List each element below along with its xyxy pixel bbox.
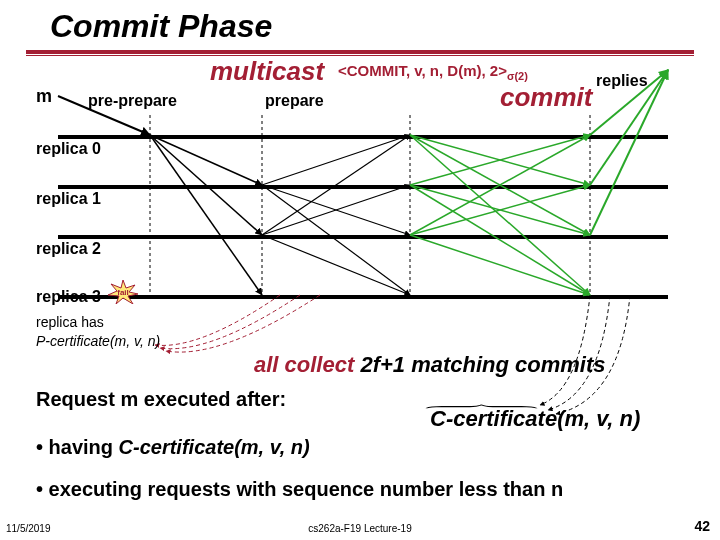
- all-collect-rest: 2f+1 matching commits: [354, 352, 605, 377]
- svg-line-21: [410, 185, 590, 295]
- bullet1-b: C-certificate(m, v, n): [119, 436, 310, 458]
- bullet-having-ccert: • having C-certificate(m, v, n): [36, 436, 310, 459]
- svg-line-10: [262, 135, 410, 185]
- svg-line-6: [58, 96, 150, 135]
- svg-line-13: [262, 135, 410, 235]
- all-collect-red: all collect: [254, 352, 354, 377]
- svg-line-26: [590, 70, 668, 185]
- c-certificate-label: C-certificate(m, v, n): [430, 406, 640, 432]
- svg-line-9: [150, 135, 262, 295]
- svg-line-15: [262, 235, 410, 295]
- svg-line-27: [590, 70, 668, 235]
- slide-number: 42: [694, 518, 710, 534]
- svg-line-8: [150, 135, 262, 235]
- message-diagram: [0, 0, 720, 540]
- p-certificate-line1: replica has: [36, 314, 104, 330]
- footer-lecture: cs262a-F19 Lecture-19: [0, 523, 720, 534]
- svg-line-18: [410, 135, 590, 295]
- bullet-executing-requests: • executing requests with sequence numbe…: [36, 478, 563, 501]
- all-collect-text: all collect 2f+1 matching commits: [254, 352, 606, 378]
- bullet1-a: • having: [36, 436, 119, 458]
- svg-line-12: [262, 185, 410, 295]
- p-certificate-line2: P-certificate(m, v, n): [36, 333, 160, 349]
- svg-line-25: [590, 70, 668, 135]
- svg-line-24: [410, 235, 590, 295]
- request-executed-after: Request m executed after:: [36, 388, 286, 411]
